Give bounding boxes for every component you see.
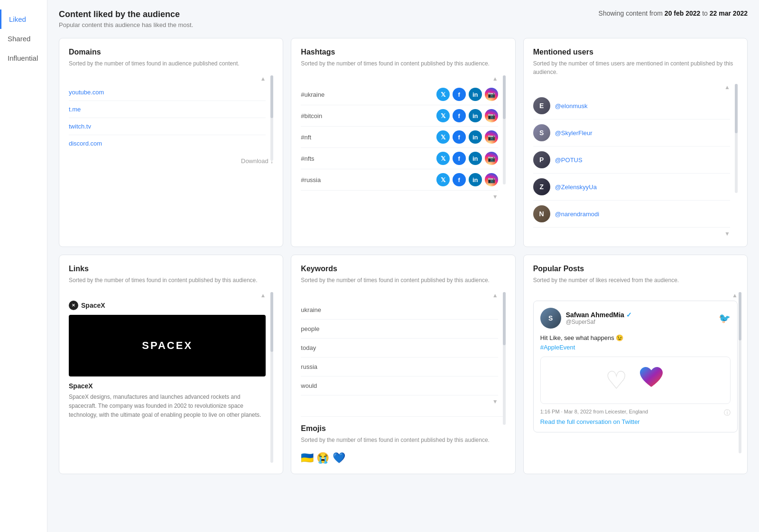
post-user-info: Safwan AhmedMia ✓ @SuperSaf xyxy=(566,311,632,325)
instagram-icon[interactable]: 📷 xyxy=(485,130,498,144)
scrollbar-track xyxy=(270,292,273,463)
facebook-icon[interactable]: f xyxy=(453,88,466,101)
facebook-icon[interactable]: f xyxy=(453,152,466,165)
post-meta: 1:16 PM · Mar 8, 2022 from Leicester, En… xyxy=(540,409,731,414)
twitter-icon[interactable]: 𝕏 xyxy=(436,109,450,122)
domain-item[interactable]: twitch.tv xyxy=(69,118,266,135)
posts-container: ▲ S Safwan AhmedMia ✓ @SuperSaf xyxy=(533,292,738,432)
keyword-item: today xyxy=(301,339,498,358)
scrollbar-thumb xyxy=(739,292,741,340)
scroll-up-icon[interactable]: ▲ xyxy=(301,292,498,299)
post-card: S Safwan AhmedMia ✓ @SuperSaf 🐦 xyxy=(533,301,738,432)
username[interactable]: @POTUS xyxy=(555,156,583,164)
username[interactable]: @elonmusk xyxy=(555,102,588,110)
sidebar-item-shared[interactable]: Shared xyxy=(0,29,47,48)
mentioned-users-subtitle: Sorted by the number of times users are … xyxy=(533,59,738,76)
post-read-more-link[interactable]: Read the full conversation on Twitter xyxy=(540,418,731,425)
username[interactable]: @SkylerFleur xyxy=(555,129,592,137)
mentioned-user-item: P @POTUS xyxy=(533,147,730,174)
scroll-up-icon[interactable]: ▲ xyxy=(533,292,738,299)
facebook-icon[interactable]: f xyxy=(453,130,466,144)
page-title: Content liked by the audience xyxy=(59,9,193,19)
hashtags-title: Hashtags xyxy=(301,48,505,56)
social-icons: 𝕏 f in 📷 xyxy=(436,109,498,122)
popular-posts-title: Popular Posts xyxy=(533,265,738,273)
linkedin-icon[interactable]: in xyxy=(469,88,482,101)
link-logo-icon: ✕ xyxy=(69,301,78,310)
hashtag-item: #nfts 𝕏 f in 📷 xyxy=(301,148,498,169)
popular-posts-subtitle: Sorted by the number of likes received f… xyxy=(533,276,738,284)
mentioned-user-item: N @narendramodi xyxy=(533,201,730,228)
link-name[interactable]: SpaceX xyxy=(69,382,266,390)
mentioned-user-item: E @elonmusk xyxy=(533,92,730,119)
social-icons: 𝕏 f in 📷 xyxy=(436,173,498,186)
hashtag-item: #ukraine 𝕏 f in 📷 xyxy=(301,84,498,105)
instagram-icon[interactable]: 📷 xyxy=(485,88,498,101)
popular-posts-card: Popular Posts Sorted by the number of li… xyxy=(523,255,748,474)
avatar: E xyxy=(533,97,550,114)
avatar: Z xyxy=(533,178,550,195)
scroll-down-icon[interactable]: ▼ xyxy=(301,398,498,405)
main-content: Content liked by the audience Popular co… xyxy=(47,0,759,532)
scrollbar-thumb xyxy=(503,292,506,345)
username[interactable]: @narendramodi xyxy=(555,211,599,218)
sidebar-item-liked[interactable]: Liked xyxy=(0,9,47,29)
linkedin-icon[interactable]: in xyxy=(469,130,482,144)
hashtags-subtitle: Sorted by the number of times found in c… xyxy=(301,59,505,68)
scroll-up-icon[interactable]: ▲ xyxy=(533,84,730,91)
instagram-icon[interactable]: 📷 xyxy=(485,109,498,122)
links-title: Links xyxy=(69,265,273,273)
twitter-icon[interactable]: 𝕏 xyxy=(436,173,450,186)
scrollbar-thumb xyxy=(270,292,273,352)
avatar: P xyxy=(533,151,550,168)
twitter-icon[interactable]: 𝕏 xyxy=(436,130,450,144)
scroll-down-icon[interactable]: ▼ xyxy=(533,230,730,237)
domains-list: ▲ youtube.com t.me twitch.tv discord.com xyxy=(69,75,273,152)
sidebar: Liked Shared Influential xyxy=(0,0,47,532)
info-icon[interactable]: ⓘ xyxy=(724,409,731,417)
scroll-up-icon[interactable]: ▲ xyxy=(301,75,498,82)
scrollbar-track xyxy=(739,292,741,453)
scrollbar-thumb xyxy=(503,75,506,119)
mentioned-users-list: ▲ E @elonmusk S @SkylerFleur P @POTUS xyxy=(533,84,738,237)
facebook-icon[interactable]: f xyxy=(453,173,466,186)
spacex-logo-text: SPACEX xyxy=(142,339,193,352)
post-username: Safwan AhmedMia ✓ xyxy=(566,311,632,319)
linkedin-icon[interactable]: in xyxy=(469,109,482,122)
twitter-bird-icon: 🐦 xyxy=(719,312,731,324)
emojis-subtitle: Sorted by the number of times found in c… xyxy=(301,436,505,444)
hashtag-name: #russia xyxy=(301,176,321,183)
header: Content liked by the audience Popular co… xyxy=(59,9,748,28)
scroll-down-icon[interactable]: ▼ xyxy=(301,193,498,200)
download-button[interactable]: Download ↓ xyxy=(69,157,273,165)
instagram-icon[interactable]: 📷 xyxy=(485,152,498,165)
mentioned-user-item: S @SkylerFleur xyxy=(533,119,730,147)
facebook-icon[interactable]: f xyxy=(453,109,466,122)
post-header: S Safwan AhmedMia ✓ @SuperSaf 🐦 xyxy=(540,308,731,329)
scroll-up-icon[interactable]: ▲ xyxy=(69,292,266,299)
instagram-icon[interactable]: 📷 xyxy=(485,173,498,186)
scroll-up-arrow[interactable]: ▲ xyxy=(69,75,266,82)
linkedin-icon[interactable]: in xyxy=(469,152,482,165)
domain-item[interactable]: t.me xyxy=(69,101,266,118)
domain-item[interactable]: discord.com xyxy=(69,135,266,152)
twitter-icon[interactable]: 𝕏 xyxy=(436,88,450,101)
scrollbar-track xyxy=(503,292,506,425)
scrollbar-track xyxy=(270,75,273,161)
mentioned-users-title: Mentioned users xyxy=(533,48,738,56)
post-handle: @SuperSaf xyxy=(566,319,632,325)
linkedin-icon[interactable]: in xyxy=(469,173,482,186)
hashtag-item: #bitcoin 𝕏 f in 📷 xyxy=(301,105,498,127)
card-grid-row2: Links Sorted by the number of times foun… xyxy=(59,255,748,474)
hashtag-name: #ukraine xyxy=(301,91,324,98)
emoji-content: 🇺🇦 😭 💙 xyxy=(301,452,505,464)
sidebar-item-influential[interactable]: Influential xyxy=(0,48,47,68)
hashtag-name: #nfts xyxy=(301,155,314,162)
post-hashtag-link[interactable]: #AppleEvent xyxy=(540,344,575,351)
domain-item[interactable]: youtube.com xyxy=(69,84,266,101)
twitter-icon[interactable]: 𝕏 xyxy=(436,152,450,165)
emojis-title: Emojis xyxy=(301,424,505,433)
domains-card: Domains Sorted by the number of times fo… xyxy=(59,38,283,247)
social-icons: 𝕏 f in 📷 xyxy=(436,88,498,101)
username[interactable]: @ZelenskyyUa xyxy=(555,183,597,191)
